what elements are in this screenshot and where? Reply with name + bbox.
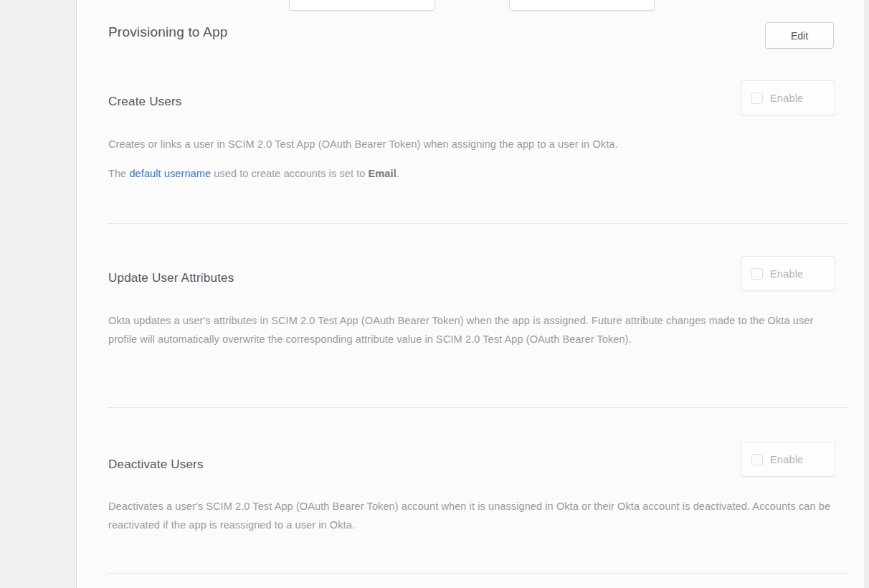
enable-toggle-deactivate-users[interactable]: Enable	[741, 442, 835, 477]
enable-toggle-create-users[interactable]: Enable	[741, 80, 835, 115]
section-divider	[107, 223, 848, 224]
note-text-suffix: .	[396, 168, 399, 179]
enable-toggle-label: Enable	[770, 268, 803, 280]
section-title-update-user-attributes: Update User Attributes	[108, 270, 234, 286]
note-text-middle: used to create accounts is set to	[211, 168, 369, 179]
enable-toggle-label: Enable	[770, 454, 803, 465]
create-users-description: Creates or links a user in SCIM 2.0 Test…	[108, 135, 840, 153]
note-bold-email: Email	[369, 168, 396, 179]
checkbox-icon[interactable]	[751, 268, 763, 280]
enable-toggle-update-user-attributes[interactable]: Enable	[741, 256, 835, 291]
section-title-create-users: Create Users	[108, 94, 182, 110]
provisioning-settings-panel: Provisioning to App Edit Create Users En…	[76, 0, 865, 588]
checkbox-icon[interactable]	[751, 93, 763, 104]
section-header: Provisioning to App Edit	[108, 20, 836, 50]
enable-toggle-label: Enable	[770, 93, 803, 104]
update-user-attributes-description: Okta updates a user's attributes in SCIM…	[108, 311, 840, 348]
section-divider	[107, 573, 848, 574]
edit-button[interactable]: Edit	[765, 22, 834, 49]
note-text-prefix: The	[108, 168, 129, 179]
default-username-link[interactable]: default username	[129, 168, 211, 179]
partial-button-left[interactable]	[289, 0, 435, 11]
partial-button-right[interactable]	[509, 0, 655, 11]
deactivate-users-description: Deactivates a user's SCIM 2.0 Test App (…	[108, 497, 840, 534]
default-username-note: The default username used to create acco…	[108, 164, 840, 183]
page-title: Provisioning to App	[108, 24, 227, 40]
checkbox-icon[interactable]	[751, 454, 763, 465]
section-title-deactivate-users: Deactivate Users	[108, 457, 204, 473]
section-divider	[107, 407, 848, 408]
